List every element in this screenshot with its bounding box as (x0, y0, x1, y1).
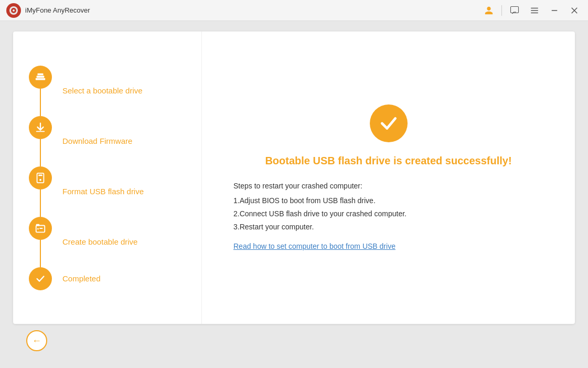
minimize-button[interactable] (547, 3, 562, 18)
success-title: Bootable USB flash drive is created succ… (265, 155, 511, 167)
steps-container: Select a bootable drive Download Firm (29, 66, 186, 290)
step-icon-wrapper-5 (29, 267, 52, 290)
svg-rect-14 (36, 131, 45, 132)
step-connector-2 (40, 139, 41, 166)
step-icon-wrapper-2 (29, 116, 52, 166)
step-circle-4 (29, 217, 52, 240)
app-logo (6, 3, 21, 18)
step-item-create-bootable: Create bootable drive (29, 217, 186, 267)
step-circle-1 (29, 66, 52, 89)
step-circle-2 (29, 116, 52, 139)
steps-info-heading: Steps to restart your crashed computer: (233, 182, 407, 190)
svg-point-3 (13, 9, 15, 12)
step-icon-wrapper-3 (29, 166, 52, 217)
svg-rect-20 (39, 228, 42, 229)
success-icon (370, 104, 408, 142)
chat-icon-button[interactable] (507, 3, 522, 18)
step-connector-1 (40, 89, 41, 116)
svg-point-19 (37, 228, 39, 229)
step-icon-wrapper-1 (29, 66, 52, 116)
svg-rect-16 (38, 174, 42, 176)
back-button-area: ← (13, 324, 575, 358)
svg-rect-12 (37, 76, 45, 78)
step-item-select-bootable: Select a bootable drive (29, 66, 186, 116)
content-card: Select a bootable drive Download Firm (13, 31, 575, 324)
svg-rect-13 (38, 73, 44, 75)
restart-step-1: 1.Adjust BIOS to boot from USB flash dri… (233, 194, 407, 207)
step-circle-5 (29, 267, 52, 290)
right-panel: Bootable USB flash drive is created succ… (202, 31, 575, 324)
back-button[interactable]: ← (26, 330, 47, 351)
svg-rect-21 (36, 224, 39, 226)
titlebar: iMyFone AnyRecover (0, 0, 588, 21)
user-icon-button[interactable] (482, 3, 496, 18)
svg-point-17 (39, 178, 41, 181)
svg-rect-11 (36, 78, 45, 80)
step-item-format: Format USB flash drive (29, 166, 186, 217)
step-label-5: Completed (62, 274, 101, 283)
step-label-2: Download Firmware (62, 136, 132, 145)
main-wrapper: Select a bootable drive Download Firm (0, 21, 588, 368)
step-connector-3 (40, 190, 41, 217)
steps-info: Steps to restart your crashed computer: … (233, 182, 407, 251)
step-connector-4 (40, 240, 41, 267)
left-panel: Select a bootable drive Download Firm (13, 31, 202, 324)
titlebar-separator (501, 5, 502, 16)
step-label-3: Format USB flash drive (62, 187, 144, 196)
step-item-download: Download Firmware (29, 116, 186, 166)
close-button[interactable] (567, 3, 582, 18)
read-more-link[interactable]: Read how to set computer to boot from US… (233, 242, 395, 250)
step-label-1: Select a bootable drive (62, 86, 143, 95)
titlebar-actions (482, 3, 582, 18)
step-icon-wrapper-4 (29, 217, 52, 267)
menu-icon-button[interactable] (527, 3, 542, 18)
restart-step-3: 3.Restart your computer. (233, 220, 407, 234)
app-title: iMyFone AnyRecover (25, 6, 482, 14)
step-circle-3 (29, 166, 52, 190)
step-item-completed: Completed (29, 267, 186, 290)
restart-step-2: 2.Connect USB flash drive to your crashe… (233, 207, 407, 220)
step-label-4: Create bootable drive (62, 237, 137, 246)
